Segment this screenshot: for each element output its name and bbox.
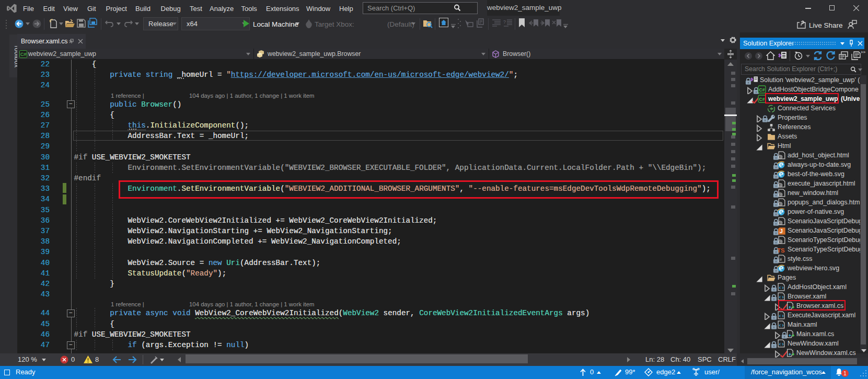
svg-text:TS: TS xyxy=(777,247,785,254)
svg-text:#: # xyxy=(780,257,782,262)
svg-text:J: J xyxy=(780,228,783,234)
svg-text:C#: C# xyxy=(759,97,765,102)
svg-text:C#: C# xyxy=(759,87,765,93)
svg-text:?: ? xyxy=(503,19,506,25)
svg-text:C#: C# xyxy=(20,52,27,57)
